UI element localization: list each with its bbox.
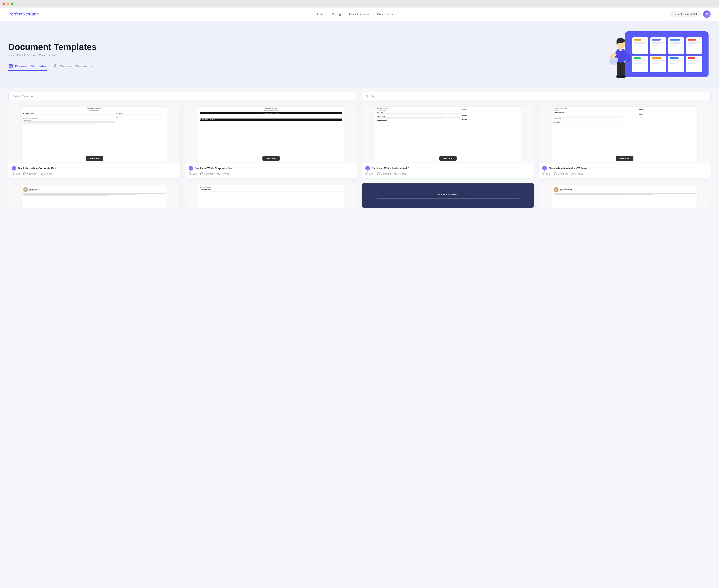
cards-grid: HENRIETTA MITCHELL Operations Manager Ke… xyxy=(8,105,711,178)
card-bottom-2-preview: WEB DEVELOPMENT DANI MARTINEZ xyxy=(185,183,357,208)
card-4-info: Black White Minimalist CV Resu... Like C… xyxy=(539,164,711,178)
card-3-preview[interactable]: ITSUKI TAKAHASHI SOFTWARE ENGINEER Educa… xyxy=(362,105,534,164)
comment-icon xyxy=(377,172,380,175)
card-bottom-4[interactable]: RS RICHARD SANCHEZ Designer xyxy=(539,183,711,208)
svg-point-18 xyxy=(42,173,42,174)
logo: PerfectResume xyxy=(8,12,39,17)
card-bottom-3-preview: MORGAN MAXWELL xyxy=(362,183,534,208)
illustration-container xyxy=(604,29,708,84)
card-4-badge: Resume xyxy=(616,156,634,161)
nav-home[interactable]: Home xyxy=(316,13,324,16)
sortby-chevron-icon: ⌄ xyxy=(704,95,706,98)
hero-left: Document Templates / Templates for CV an… xyxy=(8,42,602,71)
card-4-title-row: Black White Minimalist CV Resu... xyxy=(542,166,707,171)
eye-icon xyxy=(571,172,574,175)
card-3-info: Black and White Professional S... Like C… xyxy=(362,164,534,178)
card-3-like[interactable]: Like xyxy=(365,172,373,175)
card-4-preview[interactable]: MARSELINA ZALIYANTI Accountant Work Expe… xyxy=(539,105,711,164)
illus-card-1 xyxy=(632,37,648,54)
card-1-comment[interactable]: Comment xyxy=(23,172,37,175)
card-4-like[interactable]: Like xyxy=(542,172,551,175)
card-1-like[interactable]: Like xyxy=(12,172,20,175)
card-4-views: 2 Views xyxy=(571,172,583,175)
card-2-avatar xyxy=(189,166,193,171)
illus-cards-grid xyxy=(628,34,706,76)
successful-docs-icon xyxy=(53,64,58,68)
card-4-actions: Like Comment 2 Views xyxy=(542,172,707,175)
card-4-comment[interactable]: Comment xyxy=(554,172,568,175)
navbar: PerfectResume Home Pricing Mock Intervie… xyxy=(0,7,719,21)
card-3-avatar xyxy=(365,166,370,171)
illus-person xyxy=(608,35,633,84)
card-2-title-row: Black and White Corporate Res... xyxy=(189,166,354,171)
svg-rect-13 xyxy=(610,59,617,64)
illus-card-3 xyxy=(668,37,684,54)
card-1-badge: Resume xyxy=(85,156,103,161)
hero-subtitle: / Templates for CV and Cover Letters xyxy=(8,54,602,57)
card-2-badge: Resume xyxy=(263,156,280,161)
card-bottom-2[interactable]: WEB DEVELOPMENT DANI MARTINEZ xyxy=(185,183,357,208)
svg-rect-0 xyxy=(9,65,13,68)
card-1-title: Black And White Corporate Res... xyxy=(18,167,58,170)
card-bottom-1-preview: BS BENJAMIN SHAH Address: City, St xyxy=(8,183,180,208)
card-1-actions: Like Comment 5 Views xyxy=(12,172,177,175)
card-2-preview[interactable]: HARPER RUSSO Business Operations Manager… xyxy=(185,105,357,164)
hero-tabs: Document Templates Successful Documents xyxy=(8,64,602,71)
card-4: MARSELINA ZALIYANTI Accountant Work Expe… xyxy=(539,105,711,178)
card-3: ITSUKI TAKAHASHI SOFTWARE ENGINEER Educa… xyxy=(362,105,534,178)
card-3-title: Black and White Professional S... xyxy=(372,167,411,170)
card-1-title-row: Black And White Corporate Res... xyxy=(12,166,177,171)
avatar[interactable]: P xyxy=(703,10,711,18)
svg-rect-15 xyxy=(621,62,625,77)
eye-icon xyxy=(41,172,43,175)
card-3-actions: Like Comment 3 Views xyxy=(365,172,531,175)
heart-icon xyxy=(12,172,15,175)
illus-card-5 xyxy=(632,56,648,72)
card-2-info: Black and White Corporate Res... Like Co… xyxy=(185,164,357,178)
nav-mock-interview[interactable]: Mock Interview xyxy=(349,13,369,16)
category-placeholder: Select Category xyxy=(13,95,34,98)
card-2-views: 3 Views xyxy=(217,172,229,175)
svg-rect-14 xyxy=(617,62,621,77)
category-chevron-icon: ⌄ xyxy=(350,95,353,98)
card-bottom-3[interactable]: MORGAN MAXWELL xyxy=(362,183,534,208)
svg-point-17 xyxy=(620,75,626,78)
card-3-badge: Resume xyxy=(439,156,456,161)
card-bottom-4-preview: RS RICHARD SANCHEZ Designer xyxy=(539,183,711,208)
nav-pricing[interactable]: Pricing xyxy=(332,13,341,16)
tab-successful-documents[interactable]: Successful Documents xyxy=(53,64,92,71)
nav-cover-letter[interactable]: Cover Letter xyxy=(377,13,393,16)
tab-success-label: Successful Documents xyxy=(60,64,92,68)
card-2-comment[interactable]: Comment xyxy=(200,172,214,175)
sortby-select[interactable]: Sort by ⌄ xyxy=(362,92,711,101)
eye-icon xyxy=(394,172,397,175)
card-3-comment[interactable]: Comment xyxy=(377,172,391,175)
card-2-like[interactable]: Like xyxy=(189,172,197,175)
illus-card-6 xyxy=(650,56,666,72)
minimize-dot[interactable] xyxy=(7,2,9,5)
document-template-icon xyxy=(8,64,14,68)
card-4-resume: MARSELINA ZALIYANTI Accountant Work Expe… xyxy=(552,106,698,162)
nav-right: perfectresume2024 P xyxy=(670,10,711,18)
card-1-preview[interactable]: HENRIETTA MITCHELL Operations Manager Ke… xyxy=(8,105,180,164)
close-dot[interactable] xyxy=(2,2,5,5)
svg-point-20 xyxy=(395,173,396,174)
hero-section: Document Templates / Templates for CV an… xyxy=(0,21,719,88)
card-1-resume: HENRIETTA MITCHELL Operations Manager Ke… xyxy=(21,106,167,162)
nav-username[interactable]: perfectresume2024 xyxy=(670,11,701,17)
nav-links: Home Pricing Mock Interview Cover Letter xyxy=(316,13,393,16)
tab-document-templates[interactable]: Document Templates xyxy=(8,64,47,71)
heart-icon xyxy=(365,172,368,175)
card-1-avatar xyxy=(12,166,16,171)
card-4-title: Black White Minimalist CV Resu... xyxy=(549,167,589,170)
svg-rect-11 xyxy=(619,48,622,50)
eye-icon xyxy=(217,172,220,175)
card-bottom-1[interactable]: BS BENJAMIN SHAH Address: City, St xyxy=(8,183,180,208)
category-select[interactable]: Select Category ⌄ xyxy=(8,92,357,101)
titlebar xyxy=(0,0,719,7)
card-4-avatar xyxy=(542,166,547,171)
svg-point-19 xyxy=(219,173,219,174)
card-3-views: 3 Views xyxy=(394,172,406,175)
cards-section: HENRIETTA MITCHELL Operations Manager Ke… xyxy=(0,105,719,216)
maximize-dot[interactable] xyxy=(11,2,14,5)
